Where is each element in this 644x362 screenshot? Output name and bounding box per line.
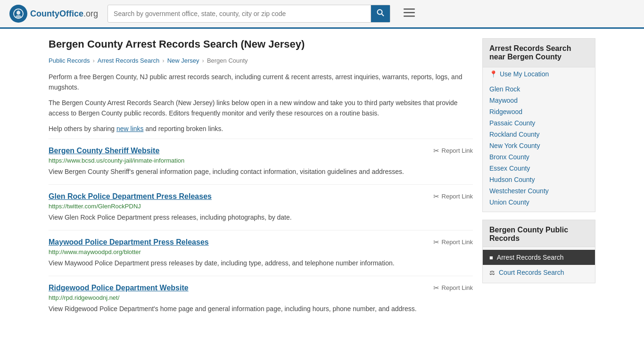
- description-1: Perform a free Bergen County, NJ public …: [49, 72, 473, 93]
- record-title[interactable]: Bergen County Sheriff Website: [49, 147, 159, 155]
- svg-rect-6: [404, 12, 415, 14]
- search-bar: [107, 5, 390, 23]
- report-link-button[interactable]: ✂ Report Link: [433, 284, 473, 292]
- logo-text: CountyOffice.org: [30, 9, 98, 19]
- record-title[interactable]: Glen Rock Police Department Press Releas…: [49, 192, 212, 201]
- nearby-link[interactable]: Passaic County: [489, 119, 535, 127]
- description-3: Help others by sharing new links and rep…: [49, 123, 473, 134]
- description-2: The Bergen County Arrest Records Search …: [49, 98, 473, 119]
- report-link-button[interactable]: ✂ Report Link: [433, 192, 473, 201]
- nearby-link[interactable]: Westchester County: [489, 187, 549, 195]
- site-header: CountyOffice.org: [0, 0, 644, 29]
- list-item: ■ Arrest Records Search: [483, 250, 595, 265]
- report-link-button[interactable]: ✂ Report Link: [433, 238, 473, 247]
- new-links-link[interactable]: new links: [116, 125, 144, 132]
- svg-point-3: [378, 10, 382, 15]
- record-item: Glen Rock Police Department Press Releas…: [49, 184, 473, 230]
- location-icon: 📍: [489, 70, 497, 78]
- nearby-link[interactable]: New York County: [489, 142, 540, 149]
- list-item: Rockland County: [483, 129, 595, 140]
- page-container: Bergen County Arrest Records Search (New…: [39, 29, 605, 331]
- breadcrumb-new-jersey[interactable]: New Jersey: [167, 57, 199, 64]
- record-url: http://rpd.ridgewoodnj.net/: [49, 294, 473, 301]
- list-item: Hudson County: [483, 174, 595, 185]
- record-url: https://www.bcsd.us/county-jail/inmate-i…: [49, 157, 473, 164]
- breadcrumb: Public Records › Arrest Records Search ›…: [49, 57, 473, 64]
- list-item: Ridgewood: [483, 106, 595, 117]
- svg-rect-5: [404, 8, 415, 10]
- arrest-records-link[interactable]: ■ Arrest Records Search: [483, 250, 595, 265]
- search-button[interactable]: [371, 5, 390, 22]
- breadcrumb-arrest-records[interactable]: Arrest Records Search: [98, 57, 160, 64]
- use-my-location-link[interactable]: 📍 Use My Location: [483, 67, 595, 80]
- record-url: http://www.maywoodpd.org/blotter: [49, 248, 473, 255]
- report-icon: ✂: [433, 284, 439, 292]
- court-records-icon: ⚖: [489, 269, 495, 276]
- report-icon: ✂: [433, 192, 439, 201]
- list-item: Bronx County: [483, 151, 595, 163]
- nearby-link[interactable]: Maywood: [489, 97, 518, 104]
- record-item: Bergen County Sheriff Website ✂ Report L…: [49, 139, 473, 184]
- nearby-link[interactable]: Essex County: [489, 165, 530, 172]
- menu-button[interactable]: [400, 6, 419, 22]
- sidebar-public-records-title: Bergen County Public Records: [483, 220, 595, 247]
- court-records-link[interactable]: ⚖ Court Records Search: [483, 265, 595, 280]
- list-item: Union County: [483, 197, 595, 208]
- svg-point-2: [16, 15, 21, 18]
- report-link-button[interactable]: ✂ Report Link: [433, 147, 473, 155]
- record-description: View Ridgewood Police Department's home …: [49, 304, 473, 314]
- record-description: View Maywood Police Department press rel…: [49, 258, 473, 268]
- nearby-link[interactable]: Union County: [489, 198, 529, 206]
- report-icon: ✂: [433, 147, 439, 155]
- list-item: ⚖ Court Records Search: [483, 265, 595, 280]
- list-item: New York County: [483, 140, 595, 151]
- svg-rect-7: [404, 16, 415, 17]
- nearby-link[interactable]: Bronx County: [489, 153, 529, 161]
- court-records-anchor[interactable]: Court Records Search: [499, 269, 564, 276]
- main-content: Bergen County Arrest Records Search (New…: [49, 38, 473, 321]
- sidebar-public-records-section: Bergen County Public Records ■ Arrest Re…: [482, 220, 595, 283]
- arrest-records-icon: ■: [489, 254, 493, 261]
- record-item: Maywood Police Department Press Releases…: [49, 230, 473, 276]
- page-title: Bergen County Arrest Records Search (New…: [49, 38, 473, 50]
- record-description: View Glen Rock Police Department press r…: [49, 213, 473, 222]
- list-item: Glen Rock: [483, 83, 595, 95]
- site-logo[interactable]: CountyOffice.org: [9, 5, 98, 23]
- list-item: Westchester County: [483, 185, 595, 197]
- list-item: Maywood: [483, 95, 595, 106]
- nearby-links-list: Glen Rock Maywood Ridgewood Passaic Coun…: [483, 80, 595, 212]
- records-list: Bergen County Sheriff Website ✂ Report L…: [49, 139, 473, 321]
- record-url: https://twitter.com/GlenRockPDNJ: [49, 203, 473, 210]
- sidebar: Arrest Records Search near Bergen County…: [482, 38, 595, 321]
- sidebar-near-title: Arrest Records Search near Bergen County: [483, 39, 595, 67]
- sidebar-near-section: Arrest Records Search near Bergen County…: [482, 38, 595, 212]
- breadcrumb-bergen-county: Bergen County: [207, 57, 248, 64]
- record-item: Ridgewood Police Department Website ✂ Re…: [49, 276, 473, 321]
- nearby-link[interactable]: Hudson County: [489, 176, 535, 183]
- public-records-list: ■ Arrest Records Search ⚖ Court Records …: [483, 247, 595, 283]
- nearby-link[interactable]: Glen Rock: [489, 85, 520, 93]
- record-title[interactable]: Maywood Police Department Press Releases: [49, 238, 209, 247]
- logo-icon: [9, 5, 27, 23]
- nearby-link[interactable]: Rockland County: [489, 131, 540, 138]
- breadcrumb-public-records[interactable]: Public Records: [49, 57, 90, 64]
- report-icon: ✂: [433, 238, 439, 247]
- list-item: Essex County: [483, 163, 595, 174]
- svg-line-4: [382, 14, 384, 16]
- record-description: View Bergen County Sheriff's general inf…: [49, 167, 473, 177]
- record-title[interactable]: Ridgewood Police Department Website: [49, 284, 189, 292]
- nearby-link[interactable]: Ridgewood: [489, 108, 522, 115]
- search-input[interactable]: [108, 6, 371, 21]
- list-item: Passaic County: [483, 117, 595, 129]
